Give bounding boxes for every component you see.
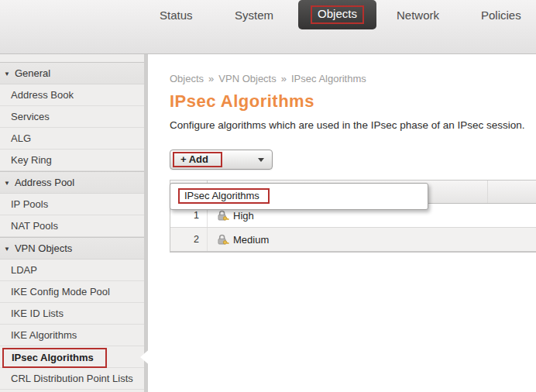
row-index: 2 — [170, 228, 208, 251]
sidebar-section-label: VPN Objects — [15, 242, 72, 254]
annotation-box-add: + Add — [173, 152, 222, 167]
row-name: Medium — [233, 234, 269, 246]
annotation-box-sidebar-ipsec: IPsec Algorithms — [2, 348, 107, 368]
content-pane: Objects»VPN Objects»IPsec Algorithms IPs… — [148, 54, 536, 392]
dropdown-item-label: IPsec Algorithms — [184, 190, 259, 201]
sidebar-item-services[interactable]: Services — [0, 106, 144, 128]
sidebar-item-alg[interactable]: ALG — [0, 128, 144, 150]
chevron-down-icon[interactable] — [258, 158, 264, 162]
sidebar-item-crl-distribution-point-lists[interactable]: CRL Distribution Point Lists — [0, 368, 144, 390]
sidebar: ▼General Address Book Services ALG Key R… — [0, 54, 148, 392]
page-title: IPsec Algorithms — [170, 91, 536, 112]
nav-item-network[interactable]: Network — [397, 9, 439, 22]
nav-item-status[interactable]: Status — [160, 9, 193, 22]
breadcrumb-vpn-objects[interactable]: VPN Objects — [218, 73, 276, 84]
sidebar-section-label: General — [15, 67, 50, 79]
sidebar-section-label: Address Pool — [15, 177, 74, 188]
dropdown-item-ipsec-algorithms[interactable]: IPsec Algorithms — [170, 187, 428, 205]
add-dropdown-menu: IPsec Algorithms — [170, 183, 428, 210]
table-region: IPsec Algorithms 1 — [170, 180, 536, 253]
sidebar-item-ike-config-mode-pool[interactable]: IKE Config Mode Pool — [0, 281, 144, 303]
sidebar-section-address-pool[interactable]: ▼Address Pool — [0, 171, 144, 194]
breadcrumb-separator: » — [281, 73, 287, 84]
collapse-triangle-icon: ▼ — [4, 64, 10, 84]
main-layout: ▼General Address Book Services ALG Key R… — [0, 54, 536, 392]
sidebar-item-key-ring[interactable]: Key Ring — [0, 150, 144, 171]
breadcrumb: Objects»VPN Objects»IPsec Algorithms — [170, 73, 536, 84]
lock-key-icon — [216, 209, 229, 222]
nav-item-objects-label: Objects — [318, 7, 357, 20]
sidebar-item-ldap[interactable]: LDAP — [0, 260, 144, 281]
sidebar-item-ike-id-lists[interactable]: IKE ID Lists — [0, 303, 144, 325]
sidebar-item-nat-pools[interactable]: NAT Pools — [0, 215, 144, 237]
sidebar-item-ipsec-algorithms[interactable]: IPsec Algorithms — [0, 346, 144, 368]
sidebar-section-general[interactable]: ▼General — [0, 62, 144, 84]
sidebar-item-label: IPsec Algorithms — [12, 352, 94, 363]
top-nav: Status System Objects Network Policies — [0, 0, 536, 54]
breadcrumb-objects[interactable]: Objects — [170, 73, 204, 84]
row-name: High — [233, 210, 254, 222]
sidebar-item-ip-pools[interactable]: IP Pools — [0, 194, 144, 215]
nav-tab-objects[interactable]: Objects — [298, 0, 376, 29]
breadcrumb-separator: » — [208, 73, 214, 84]
breadcrumb-current: IPsec Algorithms — [291, 73, 366, 84]
annotation-box-dropdown-ipsec: IPsec Algorithms — [178, 188, 270, 204]
annotation-box-objects: Objects — [311, 5, 364, 24]
nav-item-policies[interactable]: Policies — [481, 9, 521, 22]
column-divider — [487, 181, 488, 203]
sidebar-section-vpn-objects[interactable]: ▼VPN Objects — [0, 237, 144, 260]
sidebar-item-ike-algorithms[interactable]: IKE Algorithms — [0, 325, 144, 346]
nav-item-system[interactable]: System — [235, 9, 273, 22]
row-name-cell: Medium — [208, 228, 269, 251]
add-button-label: + Add — [180, 153, 208, 165]
collapse-triangle-icon: ▼ — [4, 239, 10, 260]
lock-key-icon — [216, 233, 229, 246]
page-description: Configure algorithms which are used in t… — [170, 119, 536, 131]
collapse-triangle-icon: ▼ — [4, 173, 10, 194]
sidebar-item-address-book[interactable]: Address Book — [0, 84, 144, 106]
table-row[interactable]: 2 Medium — [170, 228, 536, 252]
add-button[interactable]: + Add — [170, 150, 273, 170]
